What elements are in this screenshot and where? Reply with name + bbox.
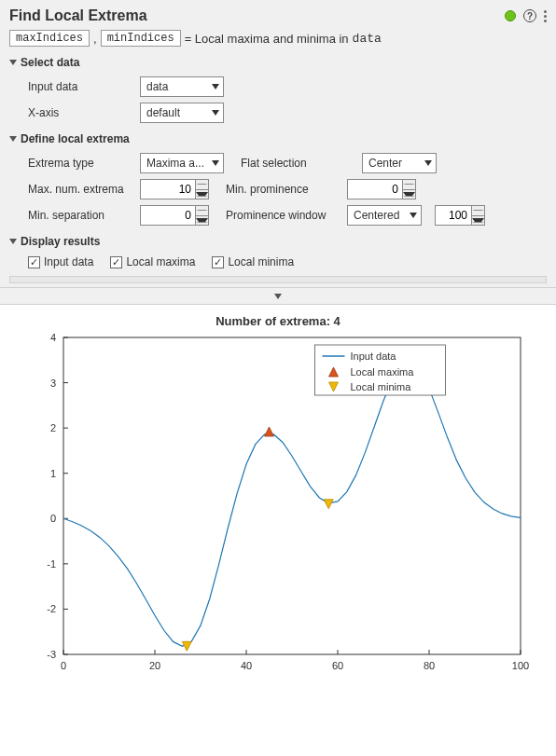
svg-text:-2: -2 <box>47 603 56 614</box>
input-prominence-window[interactable] <box>435 205 472 226</box>
status-indicator-icon <box>505 10 516 21</box>
svg-text:0: 0 <box>50 513 56 524</box>
output-var-minindices: minIndices <box>101 30 181 47</box>
section-toggle-select-data[interactable]: Select data <box>9 56 547 69</box>
svg-text:Local maxima: Local maxima <box>351 366 415 378</box>
kebab-menu-icon[interactable] <box>544 10 547 22</box>
label-min-prominence: Min. prominence <box>226 183 347 196</box>
checkbox-input-data[interactable]: ✓ Input data <box>28 255 93 268</box>
input-min-prominence[interactable] <box>347 179 403 199</box>
svg-marker-29 <box>265 427 274 436</box>
svg-rect-0 <box>63 337 521 654</box>
svg-text:4: 4 <box>50 332 56 343</box>
label-max-num-extrema: Max. num. extrema <box>28 183 140 196</box>
input-min-separation[interactable] <box>140 205 196 226</box>
chevron-down-icon <box>212 110 219 116</box>
output-description: maxIndices, minIndices = Local maxima an… <box>9 30 547 47</box>
extrema-chart: -3-2-101234020406080100Input dataLocal m… <box>17 328 539 682</box>
svg-text:-3: -3 <box>47 649 56 660</box>
spinner-min-separation[interactable] <box>140 205 209 226</box>
caret-down-icon <box>9 60 17 65</box>
caret-down-icon <box>274 294 282 299</box>
label-min-separation: Min. separation <box>28 209 140 222</box>
spinner-up-icon[interactable] <box>472 206 484 216</box>
select-flat-selection[interactable]: Center <box>362 153 437 173</box>
spinner-prominence-window[interactable] <box>435 205 485 226</box>
spinner-up-icon[interactable] <box>403 180 415 190</box>
label-flat-selection: Flat selection <box>241 157 362 170</box>
svg-text:-1: -1 <box>47 558 56 570</box>
svg-text:20: 20 <box>149 660 160 671</box>
spinner-down-icon[interactable] <box>196 216 208 226</box>
spinner-max-num-extrema[interactable] <box>140 179 209 199</box>
chevron-down-icon <box>424 160 432 166</box>
caret-down-icon <box>9 136 17 142</box>
select-input-data[interactable]: data <box>140 76 224 97</box>
spinner-min-prominence[interactable] <box>347 179 416 199</box>
svg-text:40: 40 <box>241 660 252 671</box>
svg-text:Local minima: Local minima <box>351 381 412 392</box>
help-icon[interactable]: ? <box>523 9 536 22</box>
output-var-maxindices: maxIndices <box>9 30 90 47</box>
svg-marker-31 <box>182 641 191 651</box>
chevron-down-icon <box>410 213 417 218</box>
horizontal-scrollbar[interactable] <box>9 276 547 283</box>
chart-title: Number of extrema: 4 <box>7 314 549 328</box>
spinner-up-icon[interactable] <box>196 206 208 216</box>
caret-down-icon <box>9 239 17 244</box>
svg-text:100: 100 <box>512 660 529 671</box>
svg-marker-32 <box>324 500 333 509</box>
page-title: Find Local Extrema <box>9 7 147 24</box>
label-extrema-type: Extrema type <box>28 157 140 170</box>
svg-text:80: 80 <box>424 660 435 671</box>
panel-collapse-toggle[interactable] <box>0 288 556 305</box>
checkbox-local-maxima[interactable]: ✓ Local maxima <box>110 255 195 268</box>
spinner-down-icon[interactable] <box>196 190 208 199</box>
select-prominence-window[interactable]: Centered <box>347 205 422 226</box>
spinner-down-icon[interactable] <box>403 190 415 199</box>
svg-text:3: 3 <box>50 378 56 389</box>
input-max-num-extrema[interactable] <box>140 179 196 199</box>
svg-text:60: 60 <box>332 660 343 671</box>
svg-text:Input data: Input data <box>351 351 397 362</box>
spinner-down-icon[interactable] <box>472 216 484 226</box>
select-extrema-type[interactable]: Maxima a... <box>140 153 224 173</box>
svg-text:0: 0 <box>61 660 66 671</box>
chevron-down-icon <box>212 160 219 166</box>
checkbox-local-minima[interactable]: ✓ Local minima <box>212 255 294 268</box>
label-input-data: Input data <box>28 80 140 93</box>
label-prominence-window: Prominence window <box>226 209 347 222</box>
select-xaxis[interactable]: default <box>140 103 224 123</box>
label-xaxis: X-axis <box>28 106 140 119</box>
section-toggle-define-extrema[interactable]: Define local extrema <box>9 132 547 145</box>
svg-text:1: 1 <box>50 468 56 479</box>
svg-text:2: 2 <box>50 422 56 433</box>
spinner-up-icon[interactable] <box>196 180 208 190</box>
chevron-down-icon <box>212 84 219 89</box>
section-toggle-display-results[interactable]: Display results <box>9 235 547 248</box>
